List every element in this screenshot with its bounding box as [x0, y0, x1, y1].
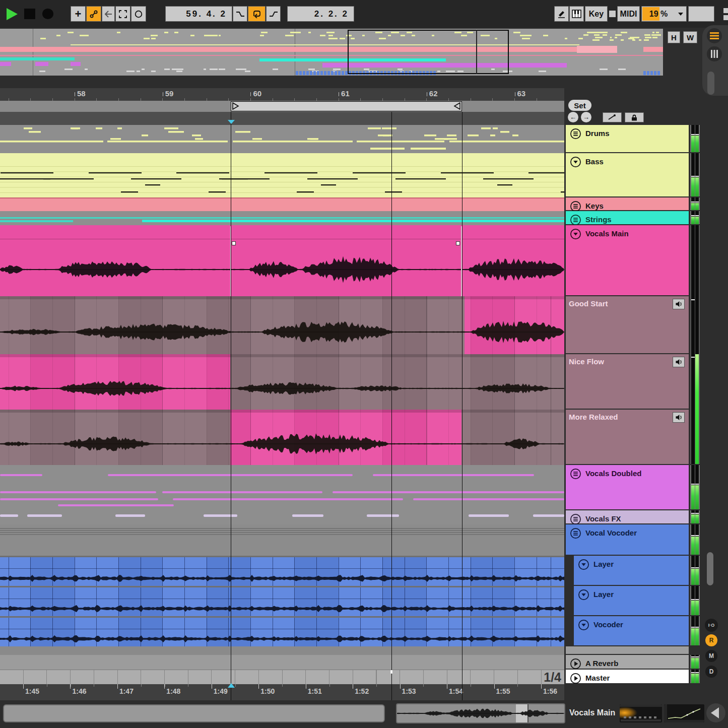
triangle-circle-icon[interactable] [578, 589, 589, 601]
io-section-toggle-button[interactable] [707, 46, 722, 61]
cpu-meter[interactable]: 19 % [641, 6, 687, 22]
track-header-drums[interactable]: Drums [566, 125, 689, 152]
fade-handle[interactable] [232, 241, 236, 245]
back-to-arrangement-button[interactable] [102, 6, 115, 22]
track-header-keys[interactable]: Keys [566, 197, 689, 210]
track-header-vocals-fx[interactable]: Vocals FX [566, 510, 689, 523]
lane-layer-1[interactable] [0, 556, 564, 586]
computer-midi-keyboard-button[interactable] [569, 6, 584, 22]
device-thumbnail-eq[interactable] [620, 704, 662, 722]
hamburger-circle-icon[interactable] [570, 214, 581, 226]
triangle-circle-icon[interactable] [570, 156, 581, 168]
key-map-button[interactable]: Key [585, 6, 608, 22]
track-header-nice-flow[interactable]: Nice Flow [566, 354, 689, 409]
marker-lane[interactable] [0, 112, 564, 125]
audition-take-button[interactable] [673, 412, 685, 423]
loop-button[interactable] [248, 6, 266, 22]
loop-brace[interactable] [231, 101, 462, 111]
lane-more-relaxed[interactable] [0, 410, 564, 465]
loop-end-marker-icon[interactable] [453, 102, 461, 110]
audition-take-button[interactable] [673, 357, 685, 367]
track-header-layer-1[interactable]: Layer [574, 556, 689, 585]
triangle-circle-icon[interactable] [570, 228, 581, 240]
hamburger-circle-icon[interactable] [570, 128, 581, 140]
minute-ruler[interactable]: 1:451:461:471:481:491:501:511:521:531:54… [0, 684, 564, 700]
lane-vocals-doubled[interactable] [0, 465, 564, 510]
track-header-strings[interactable]: Strings [566, 211, 689, 224]
overdub-spare-button[interactable] [688, 6, 714, 22]
track-header-good-start[interactable]: Good Start [566, 296, 689, 353]
overview-height-button[interactable]: H [668, 31, 680, 43]
show-detail-view-button[interactable] [706, 703, 725, 722]
record-arm-indicator[interactable]: R [705, 634, 717, 646]
prev-locator-button[interactable]: ← [568, 112, 578, 122]
hamburger-circle-icon[interactable] [570, 201, 581, 212]
add-locator-button[interactable]: + [71, 6, 86, 22]
track-header-a-reverb[interactable]: A Reverb [566, 655, 689, 669]
track-header-more-relaxed[interactable]: More Relaxed [566, 410, 689, 464]
lane-master[interactable]: 1/4 [0, 670, 564, 684]
clip-overview-box[interactable] [396, 703, 565, 723]
draw-mode-button[interactable] [554, 6, 569, 22]
lane-bass[interactable] [0, 153, 564, 197]
midi-indicator[interactable]: M [705, 650, 717, 662]
track-header-layer-2[interactable]: Layer [574, 586, 689, 615]
lane-vocal-vocoder[interactable] [0, 524, 564, 556]
draw-frame-button[interactable] [115, 6, 130, 22]
right-scroll-pill[interactable] [707, 72, 714, 95]
overview-width-button[interactable]: W [683, 31, 697, 43]
lane-vocals-fx[interactable] [0, 510, 564, 524]
track-header-vocal-vocoder[interactable]: Vocal Vocoder [566, 524, 689, 555]
loop-start-marker-icon[interactable] [232, 102, 240, 110]
punch-out-button[interactable] [266, 6, 281, 22]
audition-take-button[interactable] [673, 299, 685, 309]
loop-length-display[interactable]: 2. 2. 2 [287, 6, 354, 22]
io-indicator[interactable]: I·O [705, 619, 718, 632]
lane-a-reverb[interactable] [0, 655, 564, 670]
track-header-spacer[interactable] [566, 646, 689, 654]
lane-keys[interactable] [0, 197, 564, 211]
play-circle-icon[interactable] [570, 658, 581, 670]
lane-layer-2[interactable] [0, 586, 564, 616]
lane-good-start[interactable] [0, 296, 564, 354]
arrangement-overview[interactable] [0, 29, 663, 76]
play-button[interactable] [7, 8, 18, 20]
midi-map-button[interactable]: MIDI [617, 6, 640, 22]
record-button[interactable] [42, 9, 53, 19]
track-header-master[interactable]: Master [566, 670, 689, 683]
beat-time-ruler[interactable]: 585960616263 [0, 88, 564, 101]
cpu-dropdown-arrow-icon[interactable] [678, 13, 683, 16]
playhead-triangle-bottom-icon[interactable] [228, 683, 235, 688]
playhead-triangle-top-icon[interactable] [228, 120, 235, 124]
stop-button[interactable] [24, 9, 35, 19]
play-circle-icon[interactable] [570, 673, 581, 684]
overview-view-box[interactable] [348, 30, 509, 74]
hamburger-circle-icon[interactable] [570, 527, 581, 539]
triangle-circle-icon[interactable] [578, 559, 589, 570]
lane-strings[interactable] [0, 211, 564, 225]
arrangement-position-display[interactable]: 59. 4. 2 [165, 6, 232, 22]
track-header-vocals-main[interactable]: Vocals Main [566, 225, 689, 295]
next-locator-button[interactable]: → [581, 112, 591, 122]
mixer-toggle-button[interactable] [707, 28, 722, 43]
lane-vocals-main[interactable] [0, 225, 564, 296]
automation-line-button[interactable] [603, 112, 622, 122]
follow-link-button[interactable] [86, 6, 101, 22]
hamburger-circle-icon[interactable] [570, 468, 581, 480]
triangle-circle-icon[interactable] [578, 619, 589, 631]
hamburger-circle-icon[interactable] [570, 513, 581, 525]
lock-envelopes-button[interactable] [625, 112, 644, 122]
track-header-vocals-doubled[interactable]: Vocals Doubled [566, 465, 689, 509]
device-thumbnail-curve[interactable] [664, 704, 704, 722]
track-header-bass[interactable]: Bass [566, 153, 689, 196]
set-locator-button[interactable]: Set [568, 100, 591, 111]
fade-handle[interactable] [456, 241, 460, 245]
lane-spacer[interactable] [0, 646, 564, 655]
track-header-vocoder[interactable]: Vocoder [574, 616, 689, 645]
punch-in-button[interactable] [233, 6, 247, 22]
lane-drums[interactable] [0, 125, 564, 153]
circle-tool-button[interactable] [131, 6, 146, 22]
disk-indicator[interactable]: D [705, 666, 717, 678]
lane-nice-flow[interactable] [0, 354, 564, 410]
track-scroll-pill[interactable] [707, 552, 713, 585]
